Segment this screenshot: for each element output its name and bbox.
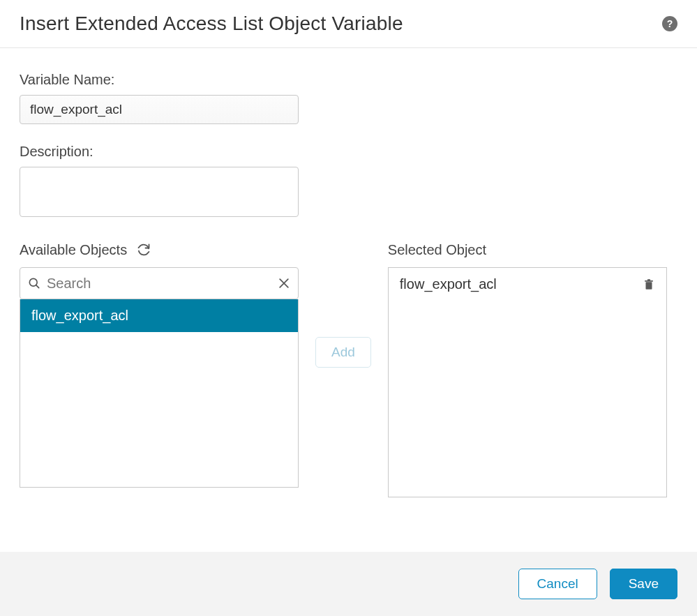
help-icon[interactable]: ? [662,16,677,31]
description-input[interactable] [20,167,299,217]
svg-line-1 [36,285,39,288]
selected-object-column: Selected Object flow_export_acl [388,239,667,497]
description-field: Description: [20,144,677,220]
add-button[interactable]: Add [315,337,371,368]
objects-row: Available Objects [20,239,677,497]
available-objects-column: Available Objects [20,239,299,488]
variable-name-label: Variable Name: [20,72,677,88]
dialog-header: Insert Extended Access List Object Varia… [0,0,697,48]
variable-name-input[interactable] [20,95,299,124]
dialog-content: Variable Name: Description: Available Ob… [0,48,697,511]
list-item[interactable]: flow_export_acl [20,299,298,332]
available-objects-title: Available Objects [20,242,127,258]
list-item-label: flow_export_acl [31,308,128,324]
available-section-header: Available Objects [20,239,299,260]
description-label: Description: [20,144,677,160]
save-button[interactable]: Save [610,569,677,599]
clear-search-icon[interactable] [277,276,291,290]
available-objects-list[interactable]: flow_export_acl [20,299,299,488]
svg-rect-4 [645,282,652,290]
refresh-icon[interactable] [137,243,151,257]
list-item-label: flow_export_acl [400,276,497,292]
transfer-buttons-column: Add [315,239,371,368]
selected-section-header: Selected Object [388,239,667,260]
search-input[interactable] [41,276,277,292]
variable-name-field: Variable Name: [20,72,677,124]
svg-rect-5 [645,280,653,282]
trash-icon[interactable] [643,278,655,292]
dialog-title: Insert Extended Access List Object Varia… [20,13,403,35]
search-wrap [20,267,299,299]
cancel-button[interactable]: Cancel [518,569,597,599]
selected-object-list[interactable]: flow_export_acl [388,267,667,497]
svg-rect-6 [647,279,651,280]
list-item: flow_export_acl [389,268,666,301]
dialog-footer: Cancel Save [0,552,697,616]
search-icon [27,276,41,290]
selected-object-title: Selected Object [388,242,486,258]
